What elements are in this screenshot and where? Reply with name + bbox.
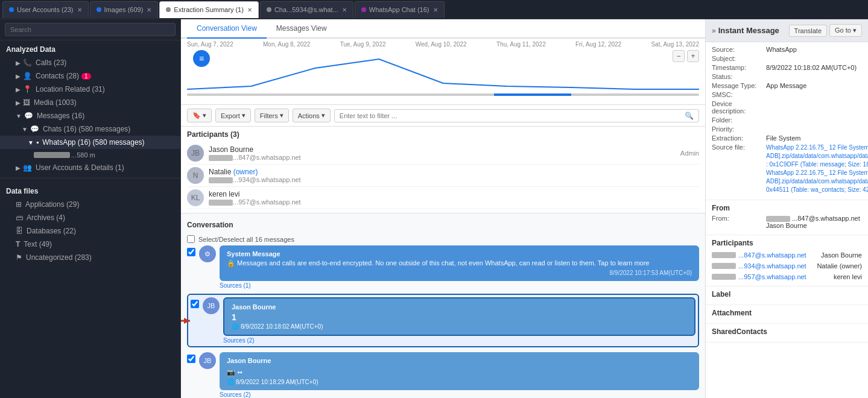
msg-checkbox-1[interactable] [191, 300, 199, 308]
msg-text-0: 🔒 Messages and calls are end-to-end encr… [227, 259, 692, 267]
tab-images[interactable]: Images (609) ✕ [90, 1, 159, 18]
participant-panel-row-1: ...934@s.whatsapp.net Natalie (owner) [712, 261, 862, 271]
timeline-list-icon[interactable]: ≡ [193, 50, 210, 67]
select-all-checkbox[interactable] [187, 235, 195, 243]
field-label-status: Status: [712, 73, 766, 80]
attachment-section: Attachment [706, 305, 868, 324]
tab-close-icon[interactable]: ✕ [147, 7, 151, 13]
sidebar-item-whatsapp-account[interactable]: ...580 m [0, 149, 180, 161]
participant-info-2: keren levi ...957@s.whatsapp.net [209, 190, 699, 206]
main-layout: Analyzed Data ▶ 📞 Calls (23) ▶ 👤 Contact… [0, 19, 868, 398]
participant-panel-row-0: ...847@s.whatsapp.net Jason Bourne [712, 250, 862, 261]
analyzed-data-title: Analyzed Data [0, 40, 180, 56]
sidebar-item-media[interactable]: ▶ 🖼 Media (1003) [0, 96, 180, 109]
applications-icon: ⊞ [16, 200, 22, 209]
contacts-icon: 👤 [23, 72, 32, 80]
timeline-header: Sun, Aug 7, 2022 Mon, Aug 8, 2022 Tue, A… [187, 41, 699, 48]
expand-arrow-icon: ▼ [22, 126, 28, 133]
sidebar-search-container [0, 19, 180, 40]
field-smsc: SMSC: [712, 91, 862, 98]
timeline-zoom-in[interactable]: + [687, 50, 699, 62]
participant-name-1: Natalie (owner) [209, 168, 699, 176]
lower-content: Participants (3) JB Jason Bourne ...847@… [181, 127, 705, 398]
sidebar-item-location[interactable]: ▶ 📍 Location Related (31) [0, 83, 180, 96]
sidebar-item-text[interactable]: T Text (49) [0, 238, 180, 251]
participant-avatar-1: N [187, 167, 204, 184]
tab-close-icon[interactable]: ✕ [77, 7, 82, 13]
export-button[interactable]: Export ▾ [215, 109, 251, 122]
redact-from [766, 216, 790, 222]
field-value-source-file[interactable]: WhatsApp 2.22.16.75_ 12 File System [And… [766, 144, 868, 194]
field-value-source: WhatsApp [766, 46, 862, 53]
sidebar-item-uncategorized[interactable]: ⚑ Uncategorized (283) [0, 251, 180, 264]
toolbar: 🔖 ▾ Export ▾ Filters ▾ Actions ▾ 🔍 [181, 105, 705, 127]
msg-content-1: Jason Bourne 1 🌐 8/9/2022 10:18:02 AM(UT… [223, 297, 695, 344]
tab-label: Images (609) [104, 6, 144, 13]
participant-panel-row-2: ...957@s.whatsapp.net keren levi [712, 271, 862, 282]
shared-contacts-section: SharedContacts [706, 324, 868, 343]
field-label-smsc: SMSC: [712, 91, 766, 98]
filters-button[interactable]: Filters ▾ [255, 109, 289, 122]
sidebar-item-chats[interactable]: ▼ 💬 Chats (16) (580 messages) [0, 122, 180, 136]
participant-name-2: keren levi [209, 190, 699, 198]
sidebar-item-databases[interactable]: 🗄 Databases (22) [0, 224, 180, 238]
tab-chat[interactable]: Cha...5934@s.what... ✕ [260, 1, 353, 18]
msg-sources-0[interactable]: Sources (1) [220, 282, 699, 289]
double-arrow-icon: » [712, 27, 716, 35]
sidebar-item-calls[interactable]: ▶ 📞 Calls (23) [0, 56, 180, 69]
tab-close-icon[interactable]: ✕ [433, 7, 438, 13]
sidebar-item-archives[interactable]: 🗃 Archives (4) [0, 211, 180, 224]
participant-name-0: Jason Bourne [209, 145, 680, 154]
tab-conversation-view[interactable]: Conversation View [187, 19, 267, 39]
content-area: Conversation View Messages View Sun, Aug… [181, 19, 705, 398]
timeline-controls: − + [673, 50, 699, 62]
sidebar-item-user-accounts[interactable]: ▶ 👥 User Accounts & Details (1) [0, 161, 180, 174]
sidebar-item-whatsapp[interactable]: ▼ ▪ WhatsApp (16) (580 messages) [0, 136, 180, 149]
field-label-priority: Priority: [712, 125, 766, 133]
sidebar-item-label: WhatsApp (16) (580 messages) [42, 138, 144, 147]
field-label-source-file: Source file: [712, 144, 766, 194]
sidebar-item-messages[interactable]: ▼ 💬 Messages (16) [0, 109, 180, 122]
msg-sources-2[interactable]: Sources (2) [220, 391, 699, 398]
tab-user-accounts[interactable]: User Accounts (23) ✕ [2, 1, 89, 18]
message-block-1-wrapper: indication the message was sent from a W… [187, 294, 699, 347]
tab-whatsapp-chat[interactable]: WhatsApp Chat (16) ✕ [355, 1, 445, 18]
msg-checkbox-2[interactable] [187, 355, 195, 363]
field-value-status [766, 73, 862, 80]
timeline-date-3: Wed, Aug 10, 2022 [416, 41, 467, 48]
redact-p1 [712, 263, 736, 269]
sidebar-item-contacts[interactable]: ▶ 👤 Contacts (28) 1 [0, 69, 180, 83]
tab-label: Cha...5934@s.what... [274, 6, 338, 13]
bookmark-button[interactable]: 🔖 ▾ [187, 109, 212, 122]
timeline-zoom-out[interactable]: − [673, 50, 685, 62]
msg-sources-1[interactable]: Sources (2) [223, 337, 695, 344]
sidebar-item-applications[interactable]: ⊞ Applications (29) [0, 198, 180, 211]
participant-row-1: N Natalie (owner) ...934@s.whatsapp.net [187, 165, 699, 187]
field-label-subject: Subject: [712, 55, 766, 62]
tab-close-icon[interactable]: ✕ [342, 7, 347, 13]
camera-icon: 📷 [227, 368, 235, 376]
from-section: From From: ...847@s.whatsapp.net Jason B… [706, 200, 868, 235]
contacts-badge: 1 [81, 73, 91, 80]
field-label-message-type: Message Type: [712, 82, 766, 89]
msg-bubble-system: System Message 🔒 Messages and calls are … [220, 245, 699, 281]
tab-close-icon[interactable]: ✕ [247, 7, 252, 13]
media-icon: 🖼 [23, 98, 30, 107]
tab-extraction-summary[interactable]: Extraction Summary (1) ✕ [159, 1, 259, 18]
translate-button[interactable]: Translate [789, 25, 827, 37]
tab-dot [97, 7, 101, 12]
tab-messages-view[interactable]: Messages View [267, 19, 337, 39]
select-all-row: Select/Deselect all 16 messages [187, 233, 699, 245]
goto-button[interactable]: Go to ▾ [829, 24, 862, 37]
timeline-scroll-bar[interactable] [187, 93, 699, 96]
sidebar-item-label: Messages (16) [37, 112, 84, 120]
instant-message-fields: Source: WhatsApp Subject: Timestamp: 8/9… [706, 42, 868, 200]
msg-sender-2: Jason Bourne [227, 357, 692, 364]
msg-avatar-2: JB [199, 352, 216, 369]
search-input[interactable] [5, 23, 176, 36]
filter-input[interactable] [340, 112, 685, 119]
actions-button[interactable]: Actions ▾ [293, 109, 331, 122]
message-block-2: JB Jason Bourne 📷 ▪▪ 🌐 8/9/2022 10:18:29… [187, 352, 699, 398]
participant-email-1: ...934@s.whatsapp.net [209, 176, 699, 183]
msg-checkbox-0[interactable] [187, 248, 195, 256]
